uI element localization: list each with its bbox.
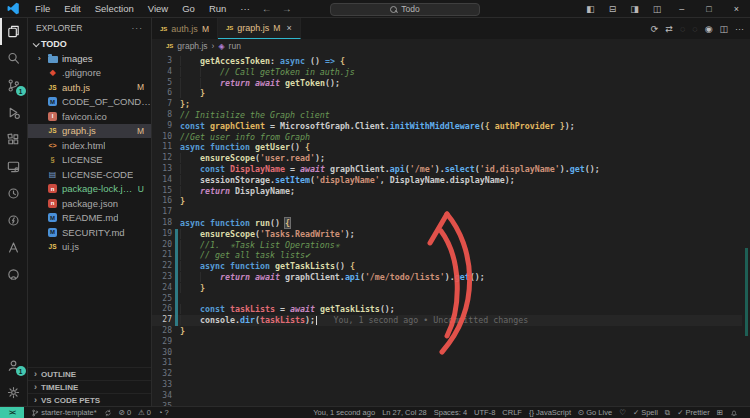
menu-item-[interactable]: ··· bbox=[233, 3, 257, 14]
activity-extensions[interactable] bbox=[0, 126, 28, 153]
code-line-20[interactable]: 20 //1. ✳Task List Operations✳ bbox=[152, 240, 742, 251]
overview-ruler[interactable] bbox=[742, 56, 750, 406]
code-line-11[interactable]: 11async function getUser() { bbox=[152, 142, 742, 153]
file-row-LICENSE[interactable]: §LICENSE bbox=[28, 153, 151, 168]
code-line-13[interactable]: 13 const DisplayName = await graphClient… bbox=[152, 164, 742, 175]
code-line-26[interactable]: 26 const taskLists = await getTaskLists(… bbox=[152, 304, 742, 315]
file-row-SECURITY.md[interactable]: MSECURITY.md bbox=[28, 225, 151, 240]
code-line-22[interactable]: 22 async function getTaskLists() { bbox=[152, 261, 742, 272]
code-line-8[interactable]: 8// Initialize the Graph client bbox=[152, 110, 742, 121]
more-actions-icon[interactable]: ··· bbox=[735, 24, 744, 34]
activity-search[interactable] bbox=[0, 45, 28, 72]
code-line-19[interactable]: 19 ensureScope('Tasks.ReadWrite'); bbox=[152, 229, 742, 240]
tab-graph.js[interactable]: JSgraph.jsM× bbox=[218, 18, 301, 39]
status-eol[interactable]: CRLF bbox=[502, 408, 522, 417]
code-line-15[interactable]: 15 return DisplayName; bbox=[152, 186, 742, 197]
activity-thunder-client[interactable] bbox=[0, 207, 28, 234]
file-row-CODE_OF_CONDUCT.md[interactable]: MCODE_OF_CONDUCT.md bbox=[28, 95, 151, 110]
code-line-31[interactable]: 31 bbox=[152, 358, 742, 369]
activity-settings[interactable] bbox=[0, 379, 28, 406]
file-row-LICENSE-CODE[interactable]: ▤LICENSE-CODE bbox=[28, 167, 151, 182]
toggle-sidebar-icon[interactable]: ◧ bbox=[579, 4, 602, 14]
section-timeline[interactable]: ›TIMELINE bbox=[28, 380, 151, 393]
menu-item-view[interactable]: View bbox=[141, 3, 175, 14]
code-line-32[interactable]: 32 bbox=[152, 369, 742, 380]
menu-item-selection[interactable]: Selection bbox=[88, 3, 141, 14]
open-changes-icon[interactable]: ⇄ bbox=[665, 24, 673, 34]
workspace-root[interactable]: TODO bbox=[28, 37, 151, 51]
activity-azure[interactable] bbox=[0, 234, 28, 261]
code-line-17[interactable]: 17 bbox=[152, 207, 742, 218]
remote-indicator[interactable]: >< bbox=[0, 407, 24, 418]
file-row-README.md[interactable]: MREADME.md bbox=[28, 211, 151, 226]
timeline-icon[interactable]: ⟳ bbox=[651, 24, 659, 34]
code-line-34[interactable]: 34 bbox=[152, 391, 742, 402]
section-outline[interactable]: ›OUTLINE bbox=[28, 367, 151, 380]
file-row-.gitignore[interactable]: ◆.gitignore bbox=[28, 66, 151, 81]
code-line-6[interactable]: 6 } bbox=[152, 88, 742, 99]
activity-run-and-debug[interactable] bbox=[0, 99, 28, 126]
activity-source-control[interactable]: 1 bbox=[0, 72, 28, 99]
status-copy-status[interactable]: ⧉ bbox=[665, 408, 670, 418]
status-prettier[interactable]: ✓Prettier bbox=[677, 408, 709, 417]
status-encoding[interactable]: UTF-8 bbox=[474, 408, 495, 417]
code-line-23[interactable]: 23 return await graphClient.api('/me/tod… bbox=[152, 272, 742, 283]
file-row-package-lock.json[interactable]: npackage-lock.jsonU bbox=[28, 182, 151, 197]
circle-outline-icon[interactable]: ◌ bbox=[692, 24, 697, 34]
status-sync[interactable] bbox=[104, 409, 112, 417]
tab-auth.js[interactable]: JSauth.jsM bbox=[152, 18, 218, 39]
code-line-21[interactable]: 21 // get all task lists✔ bbox=[152, 250, 742, 261]
status-notifications[interactable] bbox=[730, 409, 738, 417]
status-indentation[interactable]: Spaces: 4 bbox=[434, 408, 467, 417]
menu-item-run[interactable]: Run bbox=[202, 3, 233, 14]
close-icon[interactable]: × bbox=[723, 4, 750, 14]
status-heart[interactable]: ♡ bbox=[619, 408, 626, 417]
status-blame-status[interactable]: You, 1 second ago bbox=[313, 408, 375, 417]
code-line-16[interactable]: 16} bbox=[152, 196, 742, 207]
menu-item-go[interactable]: Go bbox=[175, 3, 202, 14]
code-line-14[interactable]: 14 sessionStorage.setItem('displayName',… bbox=[152, 175, 742, 186]
nav-back-icon[interactable]: ← bbox=[257, 3, 277, 14]
code-line-5[interactable]: 5 return await getToken(); bbox=[152, 78, 742, 89]
file-row-package.json[interactable]: npackage.json bbox=[28, 196, 151, 211]
close-icon[interactable]: × bbox=[286, 23, 291, 33]
file-row-ui.js[interactable]: JSui.js bbox=[28, 240, 151, 255]
circle-outline-icon[interactable]: ◌ bbox=[680, 24, 685, 34]
code-line-3[interactable]: 3 getAccessToken: async () => { bbox=[152, 56, 742, 67]
code-line-29[interactable]: 29 bbox=[152, 337, 742, 348]
status-language-mode[interactable]: {}JavaScript bbox=[529, 408, 571, 417]
activity-accounts[interactable]: 1 bbox=[0, 352, 28, 379]
code-line-4[interactable]: 4 // Call getToken in auth.js bbox=[152, 67, 742, 78]
activity-remote-explorer[interactable] bbox=[0, 153, 28, 180]
maximize-icon[interactable]: □ bbox=[695, 4, 722, 14]
activity-explorer[interactable] bbox=[0, 18, 28, 45]
status-grid-status[interactable]: ⊞ bbox=[717, 408, 723, 417]
section-vs-code-pets[interactable]: ›VS CODE PETS bbox=[28, 393, 151, 406]
code-line-24[interactable]: 24 } bbox=[152, 283, 742, 294]
code-line-18[interactable]: 18async function run() { bbox=[152, 218, 742, 229]
code-line-12[interactable]: 12 ensureScope('user.read'); bbox=[152, 153, 742, 164]
code-line-10[interactable]: 10//Get user info from Graph bbox=[152, 132, 742, 143]
status-errors[interactable]: ⊘0 bbox=[119, 408, 131, 417]
file-row-auth.js[interactable]: JSauth.jsM bbox=[28, 80, 151, 95]
explorer-more-icon[interactable]: ··· bbox=[132, 23, 144, 33]
code-line-30[interactable]: 30 bbox=[152, 348, 742, 359]
file-row-favicon.ico[interactable]: Ifavicon.ico bbox=[28, 109, 151, 124]
split-editor-icon[interactable]: ◫ bbox=[719, 24, 728, 34]
status-cursor-position[interactable]: Ln 27, Col 28 bbox=[382, 408, 427, 417]
activity-history[interactable] bbox=[0, 180, 28, 207]
status-spell-checker[interactable]: ✓Spell bbox=[633, 408, 658, 417]
breadcrumb-file[interactable]: graph.js bbox=[177, 41, 207, 51]
code-line-33[interactable]: 33 bbox=[152, 380, 742, 391]
file-row-graph.js[interactable]: JSgraph.jsM bbox=[28, 124, 151, 139]
file-row-images[interactable]: ›images bbox=[28, 51, 151, 66]
menu-item-edit[interactable]: Edit bbox=[57, 3, 87, 14]
code-editor[interactable]: 3 getAccessToken: async () => {4 // Call… bbox=[152, 56, 742, 406]
toggle-panel-icon[interactable]: ⊟ bbox=[602, 4, 624, 14]
activity-github[interactable] bbox=[0, 261, 28, 288]
code-line-7[interactable]: 7}; bbox=[152, 99, 742, 110]
breadcrumb-symbol[interactable]: run bbox=[229, 41, 241, 51]
customize-layout-icon[interactable]: ◫ bbox=[646, 4, 669, 14]
code-line-9[interactable]: 9const graphClient = MicrosoftGraph.Clie… bbox=[152, 121, 742, 132]
toggle-secondary-sidebar-icon[interactable]: ◨ bbox=[623, 4, 646, 14]
